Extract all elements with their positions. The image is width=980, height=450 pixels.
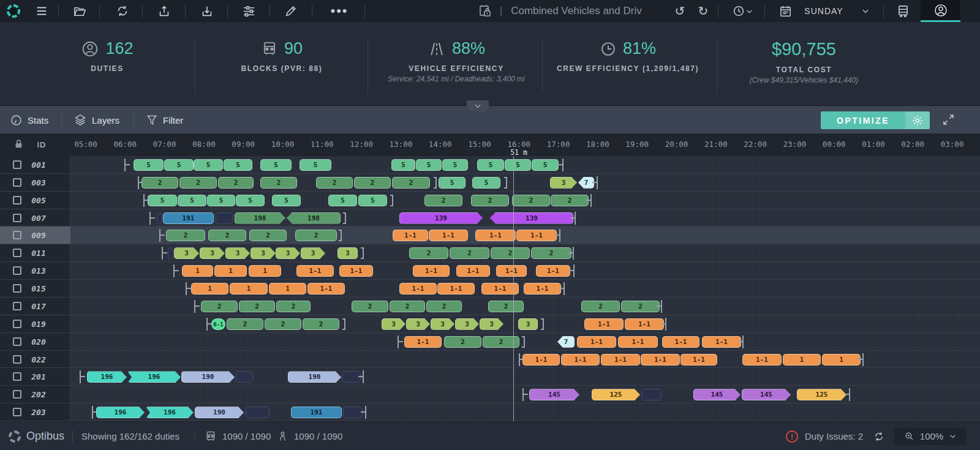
duty-bar-3[interactable]: 3	[276, 247, 300, 259]
duty-bar-5[interactable]: 5	[442, 159, 468, 171]
duty-bar-1-1[interactable]: 1-1	[680, 354, 717, 366]
duty-bar-196[interactable]: 196	[146, 407, 194, 418]
duty-start-handle[interactable]	[173, 264, 179, 277]
duty-bar-1-1[interactable]: 1-1	[475, 230, 516, 241]
duty-bar-2[interactable]: 2	[444, 336, 481, 348]
gantt-row-001[interactable]: 001555555555555	[0, 156, 980, 174]
duty-bar-3[interactable]: 3	[301, 247, 325, 259]
duty-bar-5[interactable]: 5	[416, 159, 442, 171]
duty-bar-1[interactable]: 1	[249, 265, 281, 277]
duty-bar-5[interactable]: 5	[477, 159, 504, 171]
duty-bar-145[interactable]: 145	[742, 389, 791, 400]
duty-bar-1-1[interactable]: 1-1	[702, 336, 741, 348]
duty-bar-2[interactable]: 2	[512, 195, 550, 206]
duty-bar-1-1[interactable]: 1-1	[561, 354, 600, 366]
duty-start-handle[interactable]	[124, 159, 130, 171]
duty-bar-196[interactable]: 196	[127, 371, 181, 383]
duty-bar-145[interactable]: 145	[529, 389, 579, 400]
duty-end-handle[interactable]	[738, 336, 744, 348]
optimize-button[interactable]: OPTIMIZE	[821, 111, 930, 129]
duty-bar-1-1[interactable]: 1-1	[662, 336, 699, 348]
duty-bar-5[interactable]: 5	[505, 159, 531, 171]
duty-bar-2[interactable]: 2	[409, 247, 448, 259]
gantt-row-017[interactable]: 017222222222	[0, 298, 980, 315]
duty-bar-2[interactable]: 2	[303, 318, 339, 330]
row-checkbox[interactable]	[13, 320, 21, 328]
duty-end-handle[interactable]	[858, 353, 864, 366]
duty-bar-2[interactable]: 2	[392, 177, 430, 189]
row-checkbox[interactable]	[13, 372, 21, 381]
gantt-row-009[interactable]: 00922221-11-11-11-1	[0, 227, 980, 244]
duty-end-handle[interactable]	[555, 229, 560, 242]
duty-bar-125[interactable]: 125	[592, 389, 640, 400]
duty-bar-2[interactable]: 2	[390, 301, 425, 312]
deadhead-bar[interactable]	[157, 212, 162, 224]
row-checkbox[interactable]	[13, 178, 21, 187]
duty-bar-2[interactable]: 2	[208, 230, 246, 241]
duty-bar-1-1[interactable]: 1-1	[437, 283, 475, 294]
deadhead-bar[interactable]	[168, 247, 173, 259]
duty-bar-3[interactable]: 3	[251, 247, 276, 259]
duty-end-handle[interactable]	[569, 264, 575, 277]
duty-bar-1-1[interactable]: 1-1	[399, 283, 437, 294]
duty-end-handle[interactable]	[570, 212, 576, 225]
duty-bar-5[interactable]: 5	[236, 195, 265, 206]
row-checkbox[interactable]	[13, 337, 21, 346]
duty-bar-2[interactable]: 2	[551, 195, 589, 206]
duty-bar-2[interactable]: 2	[483, 336, 519, 348]
duty-bar-2[interactable]: 2	[276, 301, 311, 312]
duty-bar-2[interactable]: 2	[621, 301, 660, 312]
duty-bar-3[interactable]: 3	[455, 318, 479, 330]
gantt-row-007[interactable]: 007191198198139139	[0, 209, 980, 227]
duty-bar-139[interactable]: 139	[490, 212, 573, 224]
user-menu[interactable]	[921, 0, 960, 22]
duty-bar-2[interactable]: 2	[426, 301, 462, 312]
duty-issues[interactable]: ! Duty Issues: 2	[786, 422, 884, 450]
duty-start-handle[interactable]	[162, 247, 167, 260]
hamburger-menu-icon[interactable]	[29, 0, 54, 22]
duty-bar-198[interactable]: 198	[287, 212, 341, 224]
duty-bar-1[interactable]: 1	[191, 283, 228, 294]
duty-start-handle[interactable]	[149, 212, 155, 225]
sliders-icon[interactable]	[236, 0, 261, 22]
duty-bar-2[interactable]: 2	[239, 301, 275, 312]
duty-bar-1-1[interactable]: 1-1	[307, 283, 345, 294]
duty-bar-3[interactable]: 3	[382, 318, 405, 330]
upload-icon[interactable]	[152, 0, 176, 22]
pencil-icon[interactable]	[279, 0, 303, 22]
deadhead-bar[interactable]	[216, 212, 233, 224]
gantt-row-005[interactable]: 00555555552222	[0, 192, 980, 209]
row-checkbox[interactable]	[13, 196, 21, 204]
duty-bar-2[interactable]: 2	[581, 301, 620, 312]
duty-bar-5[interactable]: 5	[148, 195, 177, 206]
filter-panel-button[interactable]: Filter	[146, 106, 183, 134]
day-selector[interactable]: SUNDAY	[796, 0, 851, 22]
duty-bar-1-1[interactable]: 1-1	[618, 336, 658, 348]
duty-start-handle[interactable]	[194, 300, 200, 313]
row-checkbox[interactable]	[13, 231, 21, 239]
duty-bar-1[interactable]: 1	[214, 265, 247, 277]
duty-end-handle[interactable]	[559, 282, 565, 295]
duty-bar-5[interactable]: 5	[207, 195, 235, 206]
bus-view-icon[interactable]	[887, 0, 919, 22]
gantt-row-003[interactable]: 00322222225537	[0, 174, 980, 192]
duty-bar-1-1[interactable]: 1-1	[742, 354, 782, 366]
duty-bar-3[interactable]: 3	[174, 247, 199, 259]
duty-bar-1[interactable]: 1	[182, 265, 213, 277]
duty-bar-2[interactable]: 2	[260, 177, 297, 189]
duty-bar-3[interactable]: 3	[225, 247, 250, 259]
duty-bar-2[interactable]: 2	[488, 301, 524, 312]
duty-bar-3[interactable]: 3	[550, 177, 577, 189]
duty-bar-1-1[interactable]: 1-1	[625, 318, 664, 330]
duty-bar-1-1[interactable]: 1-1	[577, 336, 616, 348]
duty-start-handle[interactable]	[398, 336, 403, 348]
duty-bar-1[interactable]: 1	[269, 283, 306, 294]
duty-start-handle[interactable]	[80, 370, 85, 383]
duty-end-handle[interactable]	[358, 370, 364, 383]
gantt-row-011[interactable]: 01133333332222	[0, 244, 980, 262]
duty-bar-5[interactable]: 5	[194, 159, 223, 171]
duty-bar-198[interactable]: 198	[235, 212, 285, 224]
chevron-down-icon[interactable]	[856, 0, 875, 22]
duty-bar-2[interactable]: 2	[141, 177, 178, 189]
duty-bar-5[interactable]: 5	[300, 159, 331, 171]
